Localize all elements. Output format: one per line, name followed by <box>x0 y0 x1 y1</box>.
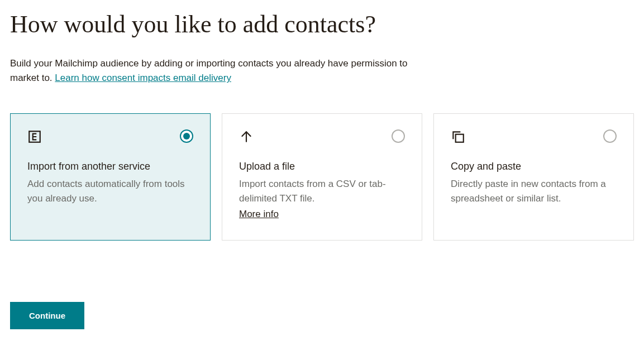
intro-paragraph: Build your Mailchimp audience by adding … <box>10 56 412 86</box>
more-info-link[interactable]: More info <box>239 209 279 220</box>
card-top-row <box>451 129 617 145</box>
card-top-row <box>27 129 193 145</box>
continue-button[interactable]: Continue <box>10 302 84 329</box>
card-title: Copy and paste <box>451 161 617 172</box>
arrow-up-icon <box>239 129 255 145</box>
radio-upload-file[interactable] <box>392 129 405 143</box>
radio-import-service[interactable] <box>180 129 193 143</box>
card-desc: Add contacts automatically from tools yo… <box>27 177 193 205</box>
card-upload-file[interactable]: Upload a file Import contacts from a CSV… <box>222 113 422 241</box>
card-desc: Import contacts from a CSV or tab-delimi… <box>239 177 405 205</box>
consent-link[interactable]: Learn how consent impacts email delivery <box>55 73 231 83</box>
service-icon <box>27 129 43 145</box>
radio-copy-paste[interactable] <box>603 129 617 143</box>
method-cards: Import from another service Add contacts… <box>10 113 634 241</box>
card-top-row <box>239 129 405 145</box>
svg-rect-2 <box>456 134 464 142</box>
card-title: Import from another service <box>27 161 193 172</box>
copy-icon <box>451 129 466 145</box>
page-title: How would you like to add contacts? <box>10 10 634 40</box>
card-desc: Directly paste in new contacts from a sp… <box>451 177 617 205</box>
card-title: Upload a file <box>239 161 405 172</box>
card-import-service[interactable]: Import from another service Add contacts… <box>10 113 211 241</box>
card-copy-paste[interactable]: Copy and paste Directly paste in new con… <box>433 113 634 241</box>
